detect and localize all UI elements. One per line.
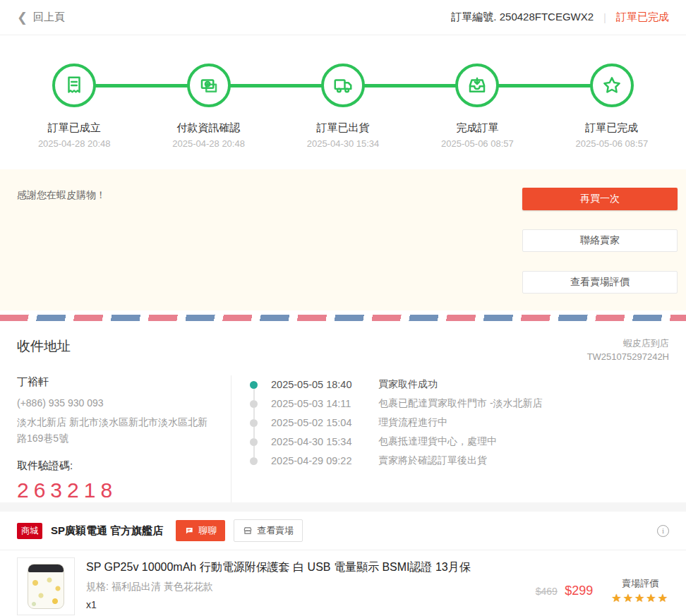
timeline-entry: 2025-04-30 15:34 包裹抵達理貨中心，處理中 — [250, 433, 669, 452]
step-order-shipped: 訂單已出貨 2025-04-30 15:34 — [276, 64, 410, 149]
order-receipt-icon — [52, 64, 96, 107]
step-date: 2025-05-06 08:57 — [441, 138, 514, 149]
chat-button[interactable]: 聊聊 — [176, 520, 225, 541]
view-shop-label: 查看賣場 — [257, 524, 294, 537]
storefront-icon — [243, 526, 253, 536]
step-label: 訂單已完成 — [585, 121, 638, 135]
timeline-time: 2025-05-05 18:40 — [271, 379, 378, 390]
step-order-completed: 訂單已完成 2025-05-06 08:57 — [545, 64, 679, 149]
timeline-entry: 2025-05-03 14:11 包裹已配達買家取件門市 -淡水北新店 — [250, 394, 669, 413]
rating-stars: ★★★★★ — [611, 591, 669, 605]
timeline-dot — [250, 438, 258, 446]
order-topbar: ❮ 回上頁 訂單編號. 250428FTCEGWX2 | 訂單已完成 — [0, 0, 686, 35]
timeline-time: 2025-04-30 15:34 — [271, 436, 378, 447]
shop-bar: 商城 SP廣穎電通 官方旗艦店 聊聊 查看賣場 i — [0, 512, 686, 550]
order-received-icon — [455, 64, 499, 107]
timeline-entry: 2025-05-02 15:04 理貨流程進行中 — [250, 413, 669, 433]
timeline-entry: 2025-05-05 18:40 買家取件成功 — [250, 375, 669, 394]
step-date: 2025-05-06 08:57 — [576, 138, 649, 149]
view-shop-button[interactable]: 查看賣場 — [234, 519, 303, 542]
order-progress-stepper: 訂單已成立 2025-04-28 20:48 付款資訊確認 2025-04-28… — [0, 35, 686, 169]
step-order-placed: 訂單已成立 2025-04-28 20:48 — [7, 64, 141, 149]
chat-label: 聊聊 — [198, 524, 217, 537]
product-row[interactable]: SP GP25v 10000mAh 行動電源附保護套 白 USB 電量顯示 BS… — [0, 550, 686, 616]
step-order-received: 完成訂單 2025-05-06 08:57 — [410, 64, 544, 149]
step-date: 2025-04-28 20:48 — [38, 138, 111, 149]
recipient-phone: (+886) 935 930 093 — [17, 397, 217, 409]
step-date: 2025-04-28 20:48 — [172, 138, 245, 149]
shop-rating-block[interactable]: 賣場評價 ★★★★★ — [611, 577, 669, 605]
back-label: 回上頁 — [33, 11, 65, 24]
pickup-verification-code: 263218 — [17, 478, 217, 502]
carrier-name: 蝦皮店到店 — [587, 337, 669, 351]
recipient-name: 丁裕軒 — [17, 375, 217, 389]
thanks-panel: 感謝您在蝦皮購物！ 再買一次 聯絡賣家 查看賣場評價 — [0, 169, 686, 310]
meta-divider: | — [603, 11, 606, 23]
chat-bubble-icon — [184, 526, 194, 536]
step-label: 付款資訊確認 — [177, 121, 241, 135]
receipt-tear-separator — [0, 310, 686, 325]
timeline-time: 2025-04-29 09:22 — [271, 455, 378, 466]
step-label: 完成訂單 — [456, 121, 498, 135]
product-quantity: x1 — [86, 599, 524, 610]
step-payment-confirmed: 付款資訊確認 2025-04-28 20:48 — [141, 64, 275, 149]
back-button[interactable]: ❮ 回上頁 — [17, 11, 65, 24]
shop-section: 商城 SP廣穎電通 官方旗艦店 聊聊 查看賣場 i SP GP25v 10000… — [0, 512, 686, 616]
contact-seller-button[interactable]: 聯絡賣家 — [522, 229, 678, 252]
carrier-info: 蝦皮店到店 TW251075297242H — [587, 337, 669, 364]
view-shop-rating-button[interactable]: 查看賣場評價 — [522, 271, 678, 294]
recipient-block: 丁裕軒 (+886) 935 930 093 淡水北新店 新北市淡水區新北市淡水… — [17, 375, 231, 502]
original-price: $469 — [536, 586, 558, 597]
thanks-message: 感謝您在蝦皮購物！ — [17, 188, 106, 294]
step-date: 2025-04-30 15:34 — [307, 138, 380, 149]
order-actions: 再買一次 聯絡賣家 查看賣場評價 — [522, 188, 678, 294]
pickup-code-label: 取件驗證碼: — [17, 459, 217, 473]
shipping-address-section: 收件地址 蝦皮店到店 TW251075297242H 丁裕軒 (+886) 93… — [0, 325, 686, 502]
sale-price: $299 — [565, 584, 593, 598]
shipped-truck-icon — [321, 64, 365, 107]
tear-stripes — [0, 315, 686, 321]
completed-star-icon — [590, 64, 634, 107]
recipient-address: 淡水北新店 新北市淡水區新北市淡水區北新路169巷5號 — [17, 414, 217, 447]
info-icon[interactable]: i — [657, 525, 669, 537]
timeline-entry: 2025-04-29 09:22 賣家將於確認訂單後出貨 — [250, 452, 669, 471]
timeline-status: 理貨流程進行中 — [378, 416, 447, 429]
timeline-status: 包裹抵達理貨中心，處理中 — [378, 435, 497, 448]
payment-confirmed-icon — [187, 64, 231, 107]
step-label: 訂單已出貨 — [317, 121, 370, 135]
powerbank-graphic — [28, 564, 64, 609]
timeline-status: 買家取件成功 — [378, 378, 438, 391]
product-image[interactable] — [17, 557, 75, 615]
shipping-title: 收件地址 — [17, 337, 71, 356]
timeline-time: 2025-05-02 15:04 — [271, 417, 378, 428]
order-meta: 訂單編號. 250428FTCEGWX2 | 訂單已完成 — [451, 11, 669, 24]
order-number: 訂單編號. 250428FTCEGWX2 — [451, 11, 594, 24]
tracking-number: TW251075297242H — [587, 351, 669, 364]
order-status-badge: 訂單已完成 — [616, 11, 669, 24]
tracking-timeline: 2025-05-05 18:40 買家取件成功 2025-05-03 14:11… — [231, 375, 669, 502]
step-label: 訂單已成立 — [48, 121, 101, 135]
buy-again-button[interactable]: 再買一次 — [522, 188, 678, 210]
product-title[interactable]: SP GP25v 10000mAh 行動電源附保護套 白 USB 電量顯示 BS… — [86, 560, 524, 575]
timeline-status: 包裹已配達買家取件門市 -淡水北新店 — [378, 397, 543, 410]
shop-name[interactable]: SP廣穎電通 官方旗艦店 — [51, 524, 163, 538]
timeline-status: 賣家將於確認訂單後出貨 — [378, 454, 487, 467]
timeline-dot — [250, 457, 258, 465]
price-block: $469 $299 — [536, 584, 594, 598]
product-spec: 規格: 福利品出清 黃色花花款 — [86, 581, 524, 593]
section-gap — [0, 502, 686, 512]
rating-label: 賣場評價 — [611, 577, 669, 590]
back-chevron-icon: ❮ — [17, 11, 28, 24]
timeline-dot — [250, 400, 258, 408]
timeline-dot — [250, 419, 258, 427]
timeline-time: 2025-05-03 14:11 — [271, 398, 378, 409]
mall-badge: 商城 — [17, 523, 42, 539]
timeline-dot-active — [250, 381, 258, 389]
